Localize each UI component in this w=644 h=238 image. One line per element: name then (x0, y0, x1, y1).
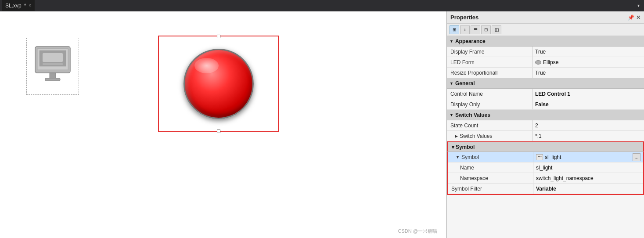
prop-display-only-value: False (532, 99, 644, 109)
prop-resize-value: True (532, 68, 644, 78)
prop-led-form: LED Form Ellipse (447, 57, 644, 68)
prop-symbol-text: sl_light (545, 154, 561, 160)
prop-state-count: State Count 2 (447, 120, 644, 131)
prop-symbol-name-value: sl_light (533, 162, 643, 173)
properties-panel: Properties 📌 ✕ ⊞ ↕ ☰ ⊡ ◫ ▼ Appearance Di… (446, 11, 644, 238)
prop-display-frame: Display Frame True (447, 47, 644, 57)
tab-dropdown-btn[interactable]: ▾ (635, 3, 642, 8)
device-widget[interactable] (26, 38, 79, 95)
main-area: CSDN @一只楠喵 Properties 📌 ✕ ⊞ ↕ ☰ ⊡ ◫ ▼ Ap… (0, 11, 644, 238)
prop-display-only-label: Display Only (447, 99, 532, 109)
chevron-appearance: ▼ (450, 39, 453, 43)
browse-symbol-btn[interactable]: … (633, 153, 640, 161)
prop-symbol-value: 〜 sl_light … (533, 152, 643, 162)
symbol-waveform-icon: 〜 (536, 154, 543, 160)
chevron-switch-values: ▼ (450, 113, 453, 117)
section-switch-values[interactable]: ▼ Switch Values (447, 110, 644, 120)
toolbar-btn-3[interactable]: ☰ (471, 25, 480, 34)
prop-control-name-value: LED Control 1 (532, 89, 644, 99)
properties-title: Properties (450, 14, 479, 21)
properties-header: Properties 📌 ✕ (447, 11, 644, 24)
expand-switch-values-icon[interactable]: ▶ (455, 134, 458, 138)
tab-slxvp[interactable]: SL.xvp * × (2, 0, 35, 11)
resize-handle-bottom[interactable] (217, 130, 220, 133)
toolbar-btn-5[interactable]: ◫ (492, 25, 501, 34)
section-general-label: General (455, 80, 475, 87)
section-appearance[interactable]: ▼ Appearance (447, 36, 644, 47)
led-circle (183, 49, 254, 119)
prop-state-count-label: State Count (447, 120, 532, 130)
prop-symbol-name-row: Name sl_light (448, 162, 643, 173)
prop-switch-values-row: ▶ Switch Values *;1 (447, 131, 644, 141)
section-general[interactable]: ▼ General (447, 78, 644, 89)
device-inner (27, 38, 79, 94)
svg-rect-3 (43, 53, 63, 62)
prop-resize-label: Resize Proportionall (447, 68, 532, 78)
prop-symbol-row[interactable]: ▼ Symbol 〜 sl_light … (448, 152, 643, 162)
prop-namespace-label: Namespace (448, 173, 533, 183)
symbol-block: ▼ Symbol 〜 sl_light … Name sl_light Name… (447, 152, 644, 195)
led-form-icon (535, 60, 541, 65)
prop-led-form-label: LED Form (447, 57, 532, 67)
led-inner (159, 36, 278, 131)
prop-control-name: Control Name LED Control 1 (447, 89, 644, 99)
prop-namespace-value: switch_light_namespace (533, 173, 643, 183)
tab-bar: SL.xvp * × ▾ (0, 0, 644, 11)
pin-icon[interactable]: 📌 (628, 14, 634, 21)
prop-namespace-row: Namespace switch_light_namespace (448, 173, 643, 184)
toolbar-btn-4[interactable]: ⊡ (481, 25, 491, 34)
properties-toolbar: ⊞ ↕ ☰ ⊡ ◫ (447, 24, 644, 36)
close-properties-icon[interactable]: ✕ (636, 14, 640, 21)
prop-display-frame-label: Display Frame (447, 47, 532, 57)
prop-resize: Resize Proportionall True (447, 68, 644, 78)
prop-symbol-name-label: Name (448, 162, 533, 173)
tab-close[interactable]: × (29, 3, 31, 8)
chevron-general: ▼ (450, 81, 453, 86)
led-widget[interactable] (158, 36, 279, 132)
tab-modified: * (24, 3, 26, 9)
tab-label: SL.xvp (5, 3, 22, 9)
prop-switch-values-value: *;1 (532, 131, 644, 141)
resize-handle-top[interactable] (217, 35, 220, 38)
svg-rect-6 (45, 78, 60, 81)
prop-display-only: Display Only False (447, 99, 644, 110)
svg-rect-4 (43, 63, 63, 65)
prop-switch-values-label: ▶ Switch Values (447, 131, 532, 141)
prop-control-name-label: Control Name (447, 89, 532, 99)
section-appearance-label: Appearance (455, 38, 486, 44)
toolbar-btn-1[interactable]: ⊞ (450, 25, 459, 34)
header-icons: 📌 ✕ (628, 14, 640, 21)
svg-rect-5 (50, 73, 56, 78)
expand-symbol-icon[interactable]: ▼ (456, 155, 460, 159)
prop-display-frame-value: True (532, 47, 644, 57)
prop-symbol-label: ▼ Symbol (448, 152, 533, 162)
chevron-symbol: ▼ (450, 144, 456, 150)
canvas-area[interactable]: CSDN @一只楠喵 (0, 11, 446, 238)
prop-symbol-filter-label: Symbol Filter (448, 184, 533, 194)
prop-symbol-filter-value: Variable (533, 184, 643, 194)
section-symbol[interactable]: ▼ Symbol (447, 141, 644, 152)
prop-led-form-value: Ellipse (532, 57, 644, 67)
watermark: CSDN @一只楠喵 (398, 228, 437, 234)
section-switch-values-label: Switch Values (455, 112, 490, 118)
device-icon-svg (33, 44, 72, 88)
prop-state-count-value: 2 (532, 120, 644, 130)
properties-table: ▼ Appearance Display Frame True LED Form… (447, 36, 644, 238)
prop-symbol-filter-row: Symbol Filter Variable (448, 184, 643, 194)
section-symbol-label: Symbol (456, 144, 475, 150)
toolbar-btn-2[interactable]: ↕ (460, 25, 470, 34)
led-form-text: Ellipse (543, 59, 558, 65)
led-highlight (194, 58, 219, 73)
